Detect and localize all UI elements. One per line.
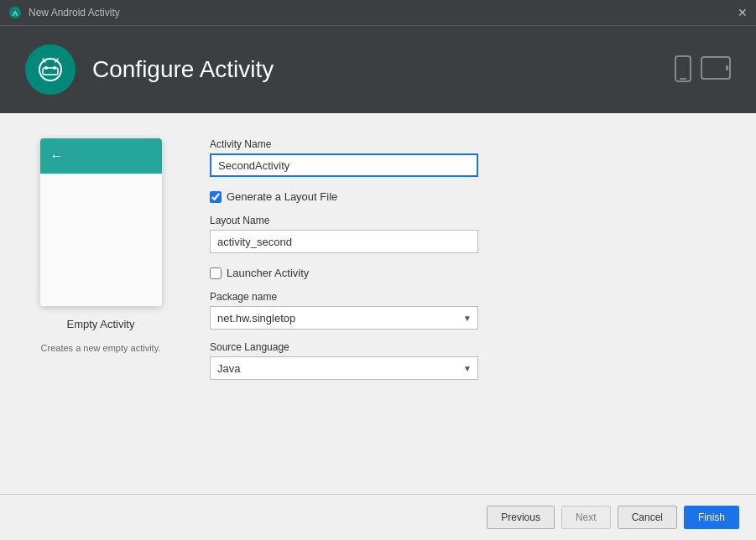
launcher-activity-checkbox[interactable] <box>210 267 222 279</box>
generate-layout-label[interactable]: Generate a Layout File <box>227 190 337 203</box>
title-bar: A New Android Activity ✕ <box>0 0 756 25</box>
source-language-select[interactable]: Java Kotlin <box>210 356 478 380</box>
activity-name-label: Activity Name <box>210 138 722 150</box>
finish-button[interactable]: Finish <box>684 506 739 529</box>
source-language-label: Source Language <box>210 341 722 353</box>
package-name-label: Package name <box>210 291 722 303</box>
package-name-group: Package name net.hw.singletop ▼ <box>210 291 722 330</box>
package-name-select-wrapper: net.hw.singletop ▼ <box>210 306 478 330</box>
activity-name-group: Activity Name <box>210 138 722 177</box>
phone-icon <box>672 55 696 84</box>
activity-name-input[interactable] <box>210 153 478 177</box>
layout-name-input[interactable] <box>210 230 478 253</box>
main-content: ← Empty Activity Creates a new empty act… <box>0 113 756 494</box>
svg-text:A: A <box>13 9 18 18</box>
svg-rect-9 <box>680 78 686 80</box>
layout-name-group: Layout Name <box>210 215 722 253</box>
svg-rect-11 <box>726 65 728 70</box>
window-title: New Android Activity <box>29 7 120 18</box>
back-arrow: ← <box>50 148 64 164</box>
android-icon <box>34 54 66 86</box>
generate-layout-checkbox[interactable] <box>210 191 222 203</box>
footer: Previous Next Cancel Finish <box>0 494 756 540</box>
android-logo <box>25 44 76 95</box>
preview-body <box>40 174 162 306</box>
close-button[interactable]: ✕ <box>738 6 748 19</box>
device-icons <box>672 55 731 84</box>
source-language-select-wrapper: Java Kotlin ▼ <box>210 356 478 380</box>
activity-description: Creates a new empty activity. <box>41 342 161 355</box>
activity-type-label: Empty Activity <box>67 318 135 330</box>
right-panel: Activity Name Generate a Layout File Lay… <box>210 138 722 469</box>
svg-rect-8 <box>675 56 691 81</box>
next-button[interactable]: Next <box>561 506 611 529</box>
previous-button[interactable]: Previous <box>487 506 555 529</box>
package-name-select[interactable]: net.hw.singletop <box>210 306 478 330</box>
left-panel: ← Empty Activity Creates a new empty act… <box>34 138 168 469</box>
cancel-button[interactable]: Cancel <box>618 506 677 529</box>
header-title: Configure Activity <box>92 56 274 83</box>
title-bar-left: A New Android Activity <box>8 6 120 19</box>
source-language-group: Source Language Java Kotlin ▼ <box>210 341 722 380</box>
header: Configure Activity <box>0 25 756 113</box>
svg-rect-10 <box>701 57 730 79</box>
generate-layout-row: Generate a Layout File <box>210 190 722 203</box>
launcher-activity-label[interactable]: Launcher Activity <box>227 267 309 279</box>
preview-header: ← <box>40 138 162 174</box>
app-icon: A <box>8 6 22 19</box>
header-left: Configure Activity <box>25 44 274 95</box>
tablet-icon <box>701 55 731 80</box>
phone-preview: ← <box>40 138 162 306</box>
layout-name-label: Layout Name <box>210 215 722 226</box>
launcher-activity-row: Launcher Activity <box>210 267 722 279</box>
